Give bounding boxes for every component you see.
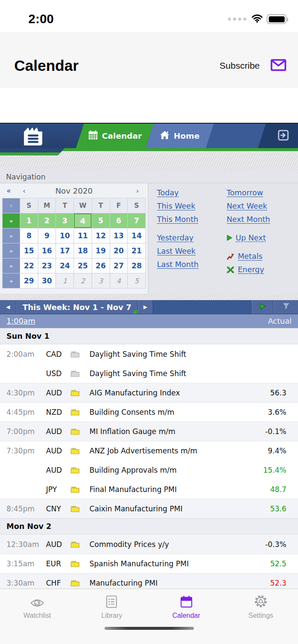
calendar-day-19[interactable]: 19 — [92, 243, 110, 258]
event-actual-value: 15.4% — [263, 466, 298, 474]
event-row[interactable]: 4:45pmNZDBuilding Consents m/m3.6% — [0, 402, 298, 422]
calendar-day-3[interactable]: 3 — [56, 213, 74, 228]
subscribe-button[interactable]: Subscribe — [220, 61, 260, 71]
filter-button[interactable] — [273, 300, 298, 314]
calendar-day-6[interactable]: 6 — [110, 213, 128, 228]
calendar-day-4[interactable]: 4 — [110, 273, 128, 288]
nav-bar-segment — [206, 124, 267, 148]
quick-link-next-week[interactable]: Next Week — [227, 202, 270, 210]
site-tab-label: Calendar — [102, 131, 142, 140]
event-actual-value: 52.5 — [270, 559, 298, 568]
month-calendar: « ‹ Nov 2020 › »SMTWTFS»1234567»89101112… — [0, 183, 148, 294]
calendar-day-27[interactable]: 27 — [110, 258, 128, 273]
quick-link-last-month[interactable]: Last Month — [157, 260, 227, 269]
calendar-day-4[interactable]: 4 — [74, 213, 92, 228]
calendar-day-3[interactable]: 3 — [92, 273, 110, 288]
quick-link-tomorrow[interactable]: Tomorrow — [227, 188, 270, 197]
week-select-chevron-icon[interactable]: » — [3, 258, 20, 273]
calendar-day-24[interactable]: 24 — [56, 258, 74, 273]
quick-link-next-month[interactable]: Next Month — [227, 215, 270, 224]
day-of-week-header: F — [110, 198, 128, 213]
calendar-day-5[interactable]: 5 — [92, 213, 110, 228]
calendar-day-15[interactable]: 15 — [20, 243, 38, 258]
calendar-day-23[interactable]: 23 — [38, 258, 56, 273]
calendar-day-2[interactable]: 2 — [38, 213, 56, 228]
event-row[interactable]: 2:00amCADDaylight Saving Time Shift — [0, 344, 298, 364]
home-indicator[interactable] — [104, 627, 194, 630]
calendar-day-17[interactable]: 17 — [56, 243, 74, 258]
quick-link-up-next[interactable]: Up Next — [227, 234, 270, 242]
quick-link-this-week[interactable]: This Week — [157, 202, 227, 210]
site-tab-calendar[interactable]: Calendar — [76, 124, 154, 148]
calendar-day-18[interactable]: 18 — [74, 243, 92, 258]
week-select-chevron-icon[interactable]: » — [3, 273, 20, 288]
metals-icon — [227, 253, 234, 260]
calendar-day-9[interactable]: 9 — [38, 228, 56, 243]
quick-link-yesterday[interactable]: Yesterday — [157, 234, 227, 242]
event-row[interactable]: AUDBuilding Approvals m/m15.4% — [0, 460, 298, 480]
subscribe-envelope-icon[interactable] — [270, 58, 286, 73]
quick-link-last-week[interactable]: Last Week — [157, 247, 227, 255]
wifi-icon — [252, 14, 263, 24]
day-of-week-header: T — [92, 198, 110, 213]
calendar-day-20[interactable]: 20 — [110, 243, 128, 258]
next-week-button[interactable]: ▶ — [138, 300, 153, 314]
tab-calendar[interactable]: Calendar — [149, 595, 224, 620]
tab-settings[interactable]: Settings — [224, 595, 298, 620]
quick-link-today[interactable]: Today — [157, 188, 227, 197]
calendar-day-10[interactable]: 10 — [56, 228, 74, 243]
quick-link-metals[interactable]: Metals — [227, 252, 270, 261]
calendar-day-7[interactable]: 7 — [128, 213, 145, 228]
impact-icon-low — [71, 580, 89, 586]
quick-link-energy[interactable]: Energy — [227, 265, 270, 274]
calendar-day-12[interactable]: 12 — [92, 228, 110, 243]
event-name: Building Consents m/m — [89, 408, 268, 416]
calendar-day-13[interactable]: 13 — [110, 228, 128, 243]
event-row[interactable]: USDDaylight Saving Time Shift — [0, 364, 298, 383]
prev-year-icon[interactable]: « — [6, 186, 11, 195]
week-range-selector[interactable]: This Week: Nov 1 - Nov 7 — [16, 300, 138, 314]
calendar-day-2[interactable]: 2 — [74, 273, 92, 288]
calendar-day-21[interactable]: 21 — [128, 243, 145, 258]
event-currency: AUD — [46, 447, 71, 455]
prev-week-button[interactable]: ◀ — [0, 300, 16, 314]
event-row[interactable]: 3:30amCHFManufacturing PMI52.3 — [0, 573, 298, 589]
calendar-day-22[interactable]: 22 — [20, 258, 38, 273]
event-row[interactable]: 8:45pmCNYCaixin Manufacturing PMI53.6 — [0, 499, 298, 518]
calendar-day-16[interactable]: 16 — [38, 243, 56, 258]
collapse-weeks-icon[interactable]: » — [3, 198, 20, 213]
next-event-time-link[interactable]: 1:00am — [6, 317, 35, 325]
calendar-day-8[interactable]: 8 — [20, 228, 38, 243]
calendar-day-29[interactable]: 29 — [20, 273, 38, 288]
week-select-chevron-icon[interactable]: » — [3, 228, 20, 243]
week-select-chevron-icon[interactable]: » — [3, 243, 20, 258]
calendar-day-1[interactable]: 1 — [20, 213, 38, 228]
forexfactory-logo-icon[interactable] — [21, 127, 45, 148]
site-tab-home[interactable]: Home — [146, 124, 214, 148]
prev-month-icon[interactable]: ‹ — [23, 187, 25, 195]
calendar-day-1[interactable]: 1 — [56, 273, 74, 288]
up-next-button[interactable] — [252, 300, 273, 314]
event-row[interactable]: 7:30pmAUDANZ Job Advertisements m/m9.4% — [0, 441, 298, 460]
next-month-icon[interactable]: › — [136, 187, 139, 195]
tab-library[interactable]: Library — [74, 595, 149, 620]
event-row[interactable]: 4:30pmAUDAIG Manufacturing Index56.3 — [0, 383, 298, 402]
calendar-day-11[interactable]: 11 — [74, 228, 92, 243]
calendar-day-5[interactable]: 5 — [128, 273, 145, 288]
calendar-day-30[interactable]: 30 — [38, 273, 56, 288]
event-row[interactable]: JPYFinal Manufacturing PMI48.7 — [0, 480, 298, 499]
event-row[interactable]: 3:15amEURSpanish Manufacturing PMI52.5 — [0, 554, 298, 573]
event-row[interactable]: 12:30amAUDCommodity Prices y/y-0.3% — [0, 535, 298, 554]
calendar-day-25[interactable]: 25 — [74, 258, 92, 273]
calendar-day-28[interactable]: 28 — [128, 258, 145, 273]
event-actual-value: -0.1% — [265, 427, 298, 436]
tab-watchlist[interactable]: Watchlist — [0, 595, 74, 620]
event-actual-value: -0.3% — [265, 540, 298, 549]
tab-label: Settings — [248, 612, 273, 620]
calendar-day-14[interactable]: 14 — [128, 228, 145, 243]
navigation-section-header[interactable]: Navigation — [0, 170, 298, 183]
calendar-day-26[interactable]: 26 — [92, 258, 110, 273]
week-select-chevron-icon[interactable]: » — [3, 213, 20, 228]
event-row[interactable]: 7:00pmAUDMI Inflation Gauge m/m-0.1% — [0, 422, 298, 441]
quick-link-this-month[interactable]: This Month — [157, 215, 227, 224]
